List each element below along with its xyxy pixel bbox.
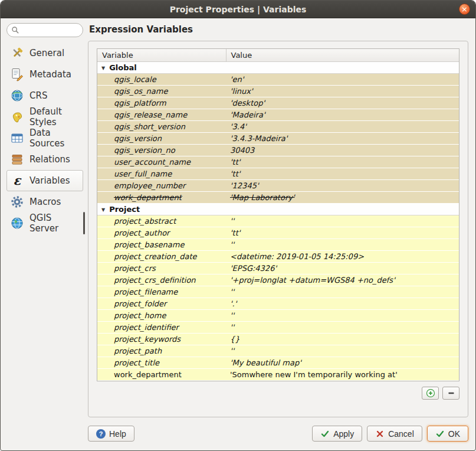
variable-value-cell[interactable]: ''	[226, 286, 459, 298]
variable-row-user_full_name[interactable]: user_full_name'tt'	[97, 168, 459, 179]
variable-value-cell[interactable]: ''	[226, 345, 459, 357]
variable-value-cell[interactable]: 'tt'	[226, 227, 459, 238]
variable-name-cell[interactable]: qgis_version_no	[97, 144, 226, 156]
variable-value-cell[interactable]: 'My beautiful map'	[226, 357, 459, 368]
variable-name-cell[interactable]: project_folder	[97, 298, 226, 309]
variable-name-cell[interactable]: project_author	[97, 227, 226, 238]
variable-row-project_abstract[interactable]: project_abstract''	[97, 215, 459, 227]
variable-name-cell[interactable]: project_identifier	[97, 321, 226, 333]
variable-row-work_department[interactable]: work_department'Map Laboratory'	[97, 191, 459, 203]
cancel-button[interactable]: Cancel	[367, 426, 422, 442]
variable-value-cell[interactable]: 'EPSG:4326'	[226, 262, 459, 274]
variable-name-cell[interactable]: qgis_version	[97, 132, 226, 144]
variable-name-cell[interactable]: project_creation_date	[97, 250, 226, 262]
variable-value-cell[interactable]: 'desktop'	[226, 97, 459, 109]
variable-name-cell[interactable]: work_department	[97, 368, 226, 380]
variable-name-cell[interactable]: qgis_platform	[97, 97, 226, 109]
sidebar-item-metadata[interactable]: Metadata	[6, 64, 83, 85]
sidebar-item-relations[interactable]: Relations	[6, 149, 83, 170]
sidebar-item-general[interactable]: General	[6, 43, 83, 64]
variable-value-cell[interactable]: 30403	[226, 144, 459, 156]
variable-row-work_department[interactable]: work_department'Somwhere new I'm tempora…	[97, 368, 459, 380]
variable-name-cell[interactable]: qgis_short_version	[97, 120, 226, 132]
variable-row-qgis_short_version[interactable]: qgis_short_version'3.4'	[97, 120, 459, 132]
sidebar-item-macros[interactable]: Macros	[6, 191, 83, 213]
variable-value-cell[interactable]: ''	[226, 309, 459, 321]
variable-row-qgis_version_no[interactable]: qgis_version_no30403	[97, 144, 459, 156]
variable-value-cell[interactable]: <datetime: 2019-01-05 14:25:09>	[226, 250, 459, 262]
sidebar-item-crs[interactable]: CRS	[6, 85, 83, 106]
variable-row-user_account_name[interactable]: user_account_name'tt'	[97, 156, 459, 168]
titlebar[interactable]: Project Properties | Variables ×	[1, 1, 475, 18]
variable-value-cell[interactable]: '3.4'	[226, 120, 459, 132]
variable-row-project_author[interactable]: project_author'tt'	[97, 227, 459, 238]
column-header-value[interactable]: Value	[226, 49, 459, 61]
apply-button[interactable]: Apply	[312, 426, 362, 442]
variable-row-project_creation_date[interactable]: project_creation_date<datetime: 2019-01-…	[97, 250, 459, 262]
column-header-variable[interactable]: Variable	[97, 49, 226, 61]
sidebar-scrollbar[interactable]	[83, 212, 85, 234]
variable-value-cell[interactable]: 'en'	[226, 73, 459, 85]
variable-name-cell[interactable]: work_department	[97, 191, 226, 203]
variable-name-cell[interactable]: user_account_name	[97, 156, 226, 168]
variable-value-cell[interactable]: 'tt'	[226, 156, 459, 168]
variable-name-cell[interactable]: project_path	[97, 345, 226, 357]
variable-row-qgis_os_name[interactable]: qgis_os_name'linux'	[97, 85, 459, 97]
variable-name-cell[interactable]: qgis_os_name	[97, 85, 226, 97]
variable-row-qgis_locale[interactable]: qgis_locale'en'	[97, 73, 459, 85]
variable-name-cell[interactable]: project_home	[97, 309, 226, 321]
variable-row-project_basename[interactable]: project_basename''	[97, 238, 459, 250]
close-button[interactable]: ×	[459, 4, 470, 15]
variable-value-cell[interactable]: '12345'	[226, 179, 459, 191]
variable-name-cell[interactable]: project_crs	[97, 262, 226, 274]
variable-name-cell[interactable]: project_abstract	[97, 215, 226, 227]
variable-name-cell[interactable]: employee_number	[97, 179, 226, 191]
variable-name-cell[interactable]: project_title	[97, 357, 226, 368]
variable-row-project_keywords[interactable]: project_keywords{}	[97, 333, 459, 345]
variable-value-cell[interactable]: ''	[226, 215, 459, 227]
remove-variable-button[interactable]	[442, 387, 459, 400]
variable-value-cell[interactable]: '3.4.3-Madeira'	[226, 132, 459, 144]
variable-name-cell[interactable]: qgis_release_name	[97, 109, 226, 120]
variable-row-qgis_release_name[interactable]: qgis_release_name'Madeira'	[97, 109, 459, 120]
variable-name-cell[interactable]: project_basename	[97, 238, 226, 250]
variable-name-cell[interactable]: project_crs_definition	[97, 274, 226, 286]
variable-row-project_path[interactable]: project_path''	[97, 345, 459, 357]
variable-row-project_crs[interactable]: project_crs'EPSG:4326'	[97, 262, 459, 274]
variable-value-cell[interactable]: {}	[226, 333, 459, 345]
collapse-expander-icon[interactable]: ▼	[101, 66, 105, 71]
sidebar-item-default-styles[interactable]: Default Styles	[6, 106, 83, 128]
group-row-project[interactable]: ▼Project	[97, 203, 459, 215]
variable-name-cell[interactable]: project_filename	[97, 286, 226, 298]
variable-value-cell[interactable]: 'Madeira'	[226, 109, 459, 120]
variable-row-project_filename[interactable]: project_filename''	[97, 286, 459, 298]
sidebar-item-variables[interactable]: ε Variables	[6, 170, 83, 191]
variable-row-project_identifier[interactable]: project_identifier''	[97, 321, 459, 333]
collapse-expander-icon[interactable]: ▼	[101, 207, 105, 213]
help-button[interactable]: ? Help	[88, 426, 134, 442]
variable-name-cell[interactable]: user_full_name	[97, 168, 226, 179]
variable-name-cell[interactable]: project_keywords	[97, 333, 226, 345]
sidebar-item-qgis-server[interactable]: QGIS Server	[6, 213, 83, 234]
variable-row-qgis_platform[interactable]: qgis_platform'desktop'	[97, 97, 459, 109]
variable-row-project_crs_definition[interactable]: project_crs_definition'+proj=longlat +da…	[97, 274, 459, 286]
search-input[interactable]	[22, 26, 78, 34]
variable-row-employee_number[interactable]: employee_number'12345'	[97, 179, 459, 191]
variable-name-cell[interactable]: qgis_locale	[97, 73, 226, 85]
variable-value-cell[interactable]: 'tt'	[226, 168, 459, 179]
variable-value-cell[interactable]: 'Somwhere new I'm temporarily working at…	[226, 368, 459, 380]
sidebar-item-data-sources[interactable]: Data Sources	[6, 128, 83, 149]
variable-row-project_title[interactable]: project_title'My beautiful map'	[97, 357, 459, 368]
variable-value-cell[interactable]: '+proj=longlat +datum=WGS84 +no_defs'	[226, 274, 459, 286]
variable-value-cell[interactable]: '.'	[226, 298, 459, 309]
add-variable-button[interactable]	[422, 387, 439, 400]
variable-value-cell[interactable]: 'linux'	[226, 85, 459, 97]
variable-value-cell[interactable]: 'Map Laboratory'	[226, 191, 459, 203]
sidebar-search[interactable]	[6, 23, 83, 37]
variable-value-cell[interactable]: ''	[226, 321, 459, 333]
variable-row-project_folder[interactable]: project_folder'.'	[97, 298, 459, 309]
variable-value-cell[interactable]: ''	[226, 238, 459, 250]
variable-row-project_home[interactable]: project_home''	[97, 309, 459, 321]
group-row-global[interactable]: ▼Global	[97, 61, 459, 73]
ok-button[interactable]: OK	[427, 426, 468, 442]
